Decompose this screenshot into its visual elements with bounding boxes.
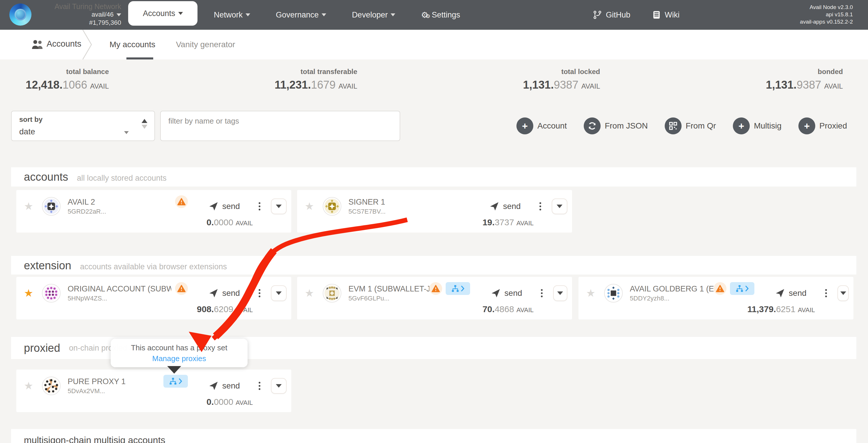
account-balance: 0.0000AVAIL	[207, 397, 253, 407]
send-button[interactable]: send	[209, 381, 240, 390]
warning-icon[interactable]	[429, 282, 442, 295]
top-header-bar: Avail Turing Network avail/46 #1,795,360…	[0, 0, 868, 30]
menu-developer[interactable]: Developer	[352, 10, 395, 20]
add-multisig-button[interactable]: +Multisig	[733, 117, 781, 135]
send-button[interactable]: send	[775, 289, 807, 298]
plus-icon: +	[517, 117, 533, 135]
identicon[interactable]	[323, 284, 341, 302]
warning-icon[interactable]	[714, 282, 726, 295]
account-name: EVM 1 (SUBWALLET-JS)	[348, 285, 429, 294]
active-tab-underline	[126, 57, 153, 59]
tooltip-pointer	[167, 366, 181, 374]
favorite-star-icon[interactable]: ★	[24, 381, 33, 391]
tooltip-text: This account has a proxy set	[115, 343, 243, 352]
section-header-extension: extension accounts available via browser…	[11, 256, 856, 274]
identicon[interactable]	[604, 284, 623, 302]
account-balance: 0.0000AVAIL	[207, 217, 253, 227]
expand-button[interactable]	[837, 285, 849, 301]
github-link[interactable]: GitHub	[593, 0, 630, 30]
expand-button[interactable]	[552, 199, 567, 214]
proxy-badge[interactable]	[446, 282, 470, 295]
balance-summary: total balance 12,418.1066AVAIL total tra…	[0, 68, 868, 91]
favorite-star-icon[interactable]: ★	[586, 288, 595, 298]
avail-apps-page: Avail Turing Network avail/46 #1,795,360…	[0, 0, 868, 443]
add-qr-button[interactable]: From Qr	[665, 117, 716, 135]
proxy-badge[interactable]	[163, 375, 188, 388]
accounts-people-icon	[31, 40, 44, 50]
chevron-down-icon	[246, 13, 250, 16]
stat-total-transferable: total transferable 11,231.1679AVAIL	[275, 68, 358, 91]
restore-json-button[interactable]: From JSON	[584, 117, 648, 135]
send-button[interactable]: send	[491, 289, 522, 298]
favorite-star-icon[interactable]: ★	[305, 288, 314, 298]
chevron-down-icon	[117, 13, 121, 16]
sort-by-dropdown[interactable]: sort by date	[11, 111, 155, 141]
more-menu-button[interactable]	[540, 288, 544, 298]
more-menu-button[interactable]	[824, 288, 828, 298]
more-menu-button[interactable]	[257, 288, 261, 298]
chevron-down-icon	[178, 12, 183, 15]
send-button[interactable]: send	[490, 202, 521, 211]
send-button[interactable]: send	[209, 202, 240, 211]
more-menu-button[interactable]	[257, 381, 261, 391]
avail-logo[interactable]	[9, 3, 31, 26]
tab-my-accounts[interactable]: My accounts	[110, 30, 155, 59]
favorite-star-icon[interactable]: ★	[24, 288, 33, 298]
version-info: Avail Node v2.3.0 api v15.8.1 avail-apps…	[800, 3, 853, 25]
gear-icon: ⚙⚙	[421, 10, 428, 20]
menu-settings[interactable]: ⚙⚙Settings	[421, 10, 460, 20]
chevron-right-icon	[179, 378, 182, 384]
qr-icon	[665, 117, 682, 135]
chevron-separator	[82, 30, 94, 59]
send-button[interactable]: send	[209, 289, 240, 298]
account-balance: 70.4868AVAIL	[482, 304, 534, 314]
more-menu-button[interactable]	[257, 201, 261, 212]
identicon[interactable]	[323, 197, 341, 216]
account-name: PURE PROXY 1	[68, 377, 126, 386]
git-branch-icon	[593, 10, 602, 19]
wiki-link[interactable]: Wiki	[652, 0, 680, 30]
account-balance: 11,379.6251AVAIL	[747, 304, 815, 314]
proxy-badge[interactable]	[730, 282, 754, 295]
identicon[interactable]	[42, 197, 61, 216]
filter-input[interactable]	[160, 111, 400, 141]
stat-bonded: bonded 1,131.9387AVAIL	[766, 68, 843, 91]
chevron-down-icon	[391, 13, 395, 16]
expand-button[interactable]	[271, 285, 287, 301]
identicon[interactable]	[42, 377, 61, 395]
more-menu-button[interactable]	[538, 201, 542, 212]
chevron-down-icon	[276, 291, 282, 295]
expand-button[interactable]	[553, 285, 567, 301]
expand-button[interactable]	[271, 378, 287, 394]
warning-icon[interactable]	[175, 195, 188, 208]
sort-direction-toggle[interactable]	[142, 119, 147, 129]
account-card: ★ SIGNER 1 5CS7E7BV... send	[297, 190, 572, 233]
account-address: 5DvAx2VM...	[68, 387, 126, 395]
tab-vanity-generator[interactable]: Vanity generator	[176, 30, 235, 59]
account-card: ★ ORIGINAL ACCOUNT (	[16, 277, 291, 319]
menu-accounts-active[interactable]: Accounts	[128, 1, 197, 26]
section-label: Accounts	[46, 39, 81, 49]
add-account-button[interactable]: +Account	[517, 117, 567, 135]
send-plane-icon	[209, 289, 218, 298]
expand-button[interactable]	[271, 199, 287, 214]
chevron-down-icon	[321, 13, 326, 16]
network-info[interactable]: Avail Turing Network avail/46 #1,795,360	[35, 2, 121, 27]
menu-network[interactable]: Network	[214, 10, 250, 20]
sitemap-icon	[452, 285, 459, 292]
book-icon	[652, 10, 661, 19]
send-plane-icon	[209, 381, 218, 390]
warning-icon[interactable]	[175, 282, 188, 295]
chevron-down-icon	[276, 384, 282, 388]
favorite-star-icon[interactable]: ★	[305, 201, 314, 212]
sitemap-icon	[736, 285, 743, 292]
stat-total-locked: total locked 1,131.9387AVAIL	[523, 68, 600, 91]
sync-icon	[584, 117, 600, 135]
favorite-star-icon[interactable]: ★	[24, 201, 33, 212]
menu-governance[interactable]: Governance	[276, 10, 326, 20]
add-proxied-button[interactable]: +Proxied	[798, 117, 847, 135]
stat-total-balance: total balance 12,418.1066AVAIL	[26, 68, 109, 91]
account-card: ★ AVAIL 2 5GRD22aR...	[16, 190, 291, 233]
manage-proxies-link[interactable]: Manage proxies	[115, 354, 243, 363]
identicon[interactable]	[42, 284, 61, 302]
